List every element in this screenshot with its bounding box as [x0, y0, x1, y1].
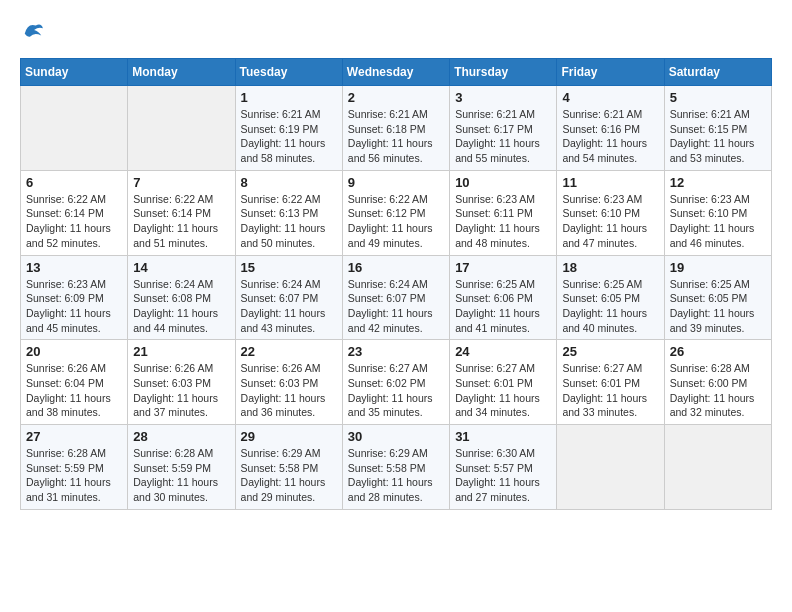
day-cell: 11Sunrise: 6:23 AMSunset: 6:10 PMDayligh… — [557, 170, 664, 255]
day-info: Sunrise: 6:21 AMSunset: 6:19 PMDaylight:… — [241, 107, 337, 166]
day-cell: 15Sunrise: 6:24 AMSunset: 6:07 PMDayligh… — [235, 255, 342, 340]
day-info: Sunrise: 6:26 AMSunset: 6:03 PMDaylight:… — [241, 361, 337, 420]
day-number: 30 — [348, 429, 444, 444]
day-info: Sunrise: 6:22 AMSunset: 6:13 PMDaylight:… — [241, 192, 337, 251]
weekday-header-wednesday: Wednesday — [342, 59, 449, 86]
day-number: 11 — [562, 175, 658, 190]
weekday-header-row: SundayMondayTuesdayWednesdayThursdayFrid… — [21, 59, 772, 86]
day-number: 6 — [26, 175, 122, 190]
day-info: Sunrise: 6:27 AMSunset: 6:01 PMDaylight:… — [455, 361, 551, 420]
day-cell: 27Sunrise: 6:28 AMSunset: 5:59 PMDayligh… — [21, 425, 128, 510]
day-number: 9 — [348, 175, 444, 190]
week-row-4: 20Sunrise: 6:26 AMSunset: 6:04 PMDayligh… — [21, 340, 772, 425]
day-number: 22 — [241, 344, 337, 359]
day-number: 3 — [455, 90, 551, 105]
day-info: Sunrise: 6:27 AMSunset: 6:02 PMDaylight:… — [348, 361, 444, 420]
day-info: Sunrise: 6:29 AMSunset: 5:58 PMDaylight:… — [348, 446, 444, 505]
day-info: Sunrise: 6:22 AMSunset: 6:12 PMDaylight:… — [348, 192, 444, 251]
day-cell: 2Sunrise: 6:21 AMSunset: 6:18 PMDaylight… — [342, 86, 449, 171]
day-cell: 29Sunrise: 6:29 AMSunset: 5:58 PMDayligh… — [235, 425, 342, 510]
day-cell: 22Sunrise: 6:26 AMSunset: 6:03 PMDayligh… — [235, 340, 342, 425]
week-row-5: 27Sunrise: 6:28 AMSunset: 5:59 PMDayligh… — [21, 425, 772, 510]
day-cell: 18Sunrise: 6:25 AMSunset: 6:05 PMDayligh… — [557, 255, 664, 340]
day-info: Sunrise: 6:28 AMSunset: 5:59 PMDaylight:… — [26, 446, 122, 505]
day-number: 4 — [562, 90, 658, 105]
week-row-3: 13Sunrise: 6:23 AMSunset: 6:09 PMDayligh… — [21, 255, 772, 340]
day-number: 31 — [455, 429, 551, 444]
day-info: Sunrise: 6:26 AMSunset: 6:03 PMDaylight:… — [133, 361, 229, 420]
day-info: Sunrise: 6:27 AMSunset: 6:01 PMDaylight:… — [562, 361, 658, 420]
day-cell — [664, 425, 771, 510]
day-number: 15 — [241, 260, 337, 275]
day-number: 16 — [348, 260, 444, 275]
day-cell: 30Sunrise: 6:29 AMSunset: 5:58 PMDayligh… — [342, 425, 449, 510]
day-info: Sunrise: 6:28 AMSunset: 5:59 PMDaylight:… — [133, 446, 229, 505]
day-info: Sunrise: 6:26 AMSunset: 6:04 PMDaylight:… — [26, 361, 122, 420]
day-info: Sunrise: 6:29 AMSunset: 5:58 PMDaylight:… — [241, 446, 337, 505]
weekday-header-saturday: Saturday — [664, 59, 771, 86]
day-info: Sunrise: 6:23 AMSunset: 6:11 PMDaylight:… — [455, 192, 551, 251]
day-cell: 10Sunrise: 6:23 AMSunset: 6:11 PMDayligh… — [450, 170, 557, 255]
day-info: Sunrise: 6:30 AMSunset: 5:57 PMDaylight:… — [455, 446, 551, 505]
day-number: 13 — [26, 260, 122, 275]
day-cell: 26Sunrise: 6:28 AMSunset: 6:00 PMDayligh… — [664, 340, 771, 425]
day-info: Sunrise: 6:21 AMSunset: 6:18 PMDaylight:… — [348, 107, 444, 166]
day-cell: 7Sunrise: 6:22 AMSunset: 6:14 PMDaylight… — [128, 170, 235, 255]
day-number: 20 — [26, 344, 122, 359]
day-info: Sunrise: 6:25 AMSunset: 6:05 PMDaylight:… — [562, 277, 658, 336]
day-info: Sunrise: 6:21 AMSunset: 6:17 PMDaylight:… — [455, 107, 551, 166]
logo — [20, 20, 44, 42]
day-number: 7 — [133, 175, 229, 190]
day-cell: 1Sunrise: 6:21 AMSunset: 6:19 PMDaylight… — [235, 86, 342, 171]
day-cell: 8Sunrise: 6:22 AMSunset: 6:13 PMDaylight… — [235, 170, 342, 255]
day-number: 19 — [670, 260, 766, 275]
page-header — [20, 20, 772, 42]
day-number: 5 — [670, 90, 766, 105]
day-cell — [21, 86, 128, 171]
day-cell: 25Sunrise: 6:27 AMSunset: 6:01 PMDayligh… — [557, 340, 664, 425]
day-cell — [128, 86, 235, 171]
day-number: 24 — [455, 344, 551, 359]
day-number: 2 — [348, 90, 444, 105]
day-info: Sunrise: 6:24 AMSunset: 6:07 PMDaylight:… — [348, 277, 444, 336]
day-cell: 21Sunrise: 6:26 AMSunset: 6:03 PMDayligh… — [128, 340, 235, 425]
day-number: 28 — [133, 429, 229, 444]
day-cell: 24Sunrise: 6:27 AMSunset: 6:01 PMDayligh… — [450, 340, 557, 425]
day-cell: 5Sunrise: 6:21 AMSunset: 6:15 PMDaylight… — [664, 86, 771, 171]
day-cell: 16Sunrise: 6:24 AMSunset: 6:07 PMDayligh… — [342, 255, 449, 340]
day-info: Sunrise: 6:25 AMSunset: 6:05 PMDaylight:… — [670, 277, 766, 336]
day-number: 21 — [133, 344, 229, 359]
day-cell: 3Sunrise: 6:21 AMSunset: 6:17 PMDaylight… — [450, 86, 557, 171]
day-cell: 20Sunrise: 6:26 AMSunset: 6:04 PMDayligh… — [21, 340, 128, 425]
weekday-header-sunday: Sunday — [21, 59, 128, 86]
calendar-table: SundayMondayTuesdayWednesdayThursdayFrid… — [20, 58, 772, 510]
day-cell — [557, 425, 664, 510]
weekday-header-monday: Monday — [128, 59, 235, 86]
day-info: Sunrise: 6:22 AMSunset: 6:14 PMDaylight:… — [26, 192, 122, 251]
day-cell: 17Sunrise: 6:25 AMSunset: 6:06 PMDayligh… — [450, 255, 557, 340]
day-number: 18 — [562, 260, 658, 275]
day-cell: 13Sunrise: 6:23 AMSunset: 6:09 PMDayligh… — [21, 255, 128, 340]
day-number: 12 — [670, 175, 766, 190]
day-info: Sunrise: 6:23 AMSunset: 6:10 PMDaylight:… — [670, 192, 766, 251]
day-info: Sunrise: 6:22 AMSunset: 6:14 PMDaylight:… — [133, 192, 229, 251]
week-row-1: 1Sunrise: 6:21 AMSunset: 6:19 PMDaylight… — [21, 86, 772, 171]
day-number: 26 — [670, 344, 766, 359]
logo-bird-icon — [22, 20, 44, 42]
day-cell: 14Sunrise: 6:24 AMSunset: 6:08 PMDayligh… — [128, 255, 235, 340]
day-number: 10 — [455, 175, 551, 190]
day-info: Sunrise: 6:23 AMSunset: 6:10 PMDaylight:… — [562, 192, 658, 251]
day-info: Sunrise: 6:23 AMSunset: 6:09 PMDaylight:… — [26, 277, 122, 336]
day-number: 17 — [455, 260, 551, 275]
day-cell: 12Sunrise: 6:23 AMSunset: 6:10 PMDayligh… — [664, 170, 771, 255]
day-cell: 6Sunrise: 6:22 AMSunset: 6:14 PMDaylight… — [21, 170, 128, 255]
day-cell: 9Sunrise: 6:22 AMSunset: 6:12 PMDaylight… — [342, 170, 449, 255]
day-info: Sunrise: 6:24 AMSunset: 6:07 PMDaylight:… — [241, 277, 337, 336]
day-cell: 28Sunrise: 6:28 AMSunset: 5:59 PMDayligh… — [128, 425, 235, 510]
day-number: 1 — [241, 90, 337, 105]
day-info: Sunrise: 6:24 AMSunset: 6:08 PMDaylight:… — [133, 277, 229, 336]
day-cell: 19Sunrise: 6:25 AMSunset: 6:05 PMDayligh… — [664, 255, 771, 340]
day-info: Sunrise: 6:21 AMSunset: 6:16 PMDaylight:… — [562, 107, 658, 166]
day-number: 29 — [241, 429, 337, 444]
weekday-header-thursday: Thursday — [450, 59, 557, 86]
